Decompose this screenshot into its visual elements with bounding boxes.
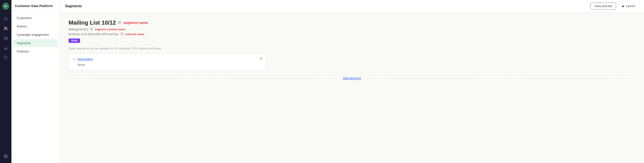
segment-ext-annotation: external name xyxy=(125,32,144,36)
svg-point-2 xyxy=(4,27,6,28)
sidebar: Customer Data Platform Customers Actions… xyxy=(12,0,60,163)
chart-icon[interactable] xyxy=(2,44,10,52)
description-edit-icon[interactable] xyxy=(260,57,263,61)
save-and-exit-button[interactable]: Save and exit xyxy=(590,3,616,10)
add-segment-row: Add segment xyxy=(68,76,635,81)
puzzle-icon[interactable] xyxy=(2,54,10,62)
segment-sys-name: MailingList1012 xyxy=(68,28,88,31)
description-link[interactable]: Description xyxy=(78,57,93,61)
sidebar-header: Customer Data Platform xyxy=(12,0,60,12)
search-icon[interactable] xyxy=(2,15,10,23)
static-note: Static segments can be updated by API me… xyxy=(68,47,635,50)
svg-point-0 xyxy=(4,17,7,20)
description-header: ✓ Description xyxy=(73,57,262,61)
icon-rail: m xyxy=(0,0,12,163)
users-icon[interactable] xyxy=(2,24,10,32)
segment-sys-row: MailingList1012 segment system name xyxy=(68,28,635,31)
segment-ext-id: 9c5f15dc-e14f-42be-90f2-29f71eaf7bac xyxy=(68,32,119,36)
status-badge: Draft xyxy=(68,38,80,43)
segment-title-edit-icon[interactable] xyxy=(118,21,121,24)
gear-icon[interactable] xyxy=(2,152,10,160)
topbar-title: Segments xyxy=(65,4,588,8)
launch-button[interactable]: ▶ Launch xyxy=(619,3,639,9)
sidebar-nav: Customers Actions Campaign engagement Se… xyxy=(12,12,60,58)
launch-label: Launch xyxy=(626,4,635,8)
megaphone-icon[interactable] xyxy=(2,34,10,42)
check-icon: ✓ xyxy=(73,57,76,61)
segment-name-annotation: segment name xyxy=(123,21,148,25)
main-area: Segments Save and exit ▶ Launch Mailing … xyxy=(60,0,644,163)
dashed-left xyxy=(68,78,340,78)
sidebar-item-actions[interactable]: Actions xyxy=(13,22,58,30)
segment-sys-annotation: segment system name xyxy=(95,28,125,31)
segment-sys-edit-icon[interactable] xyxy=(90,28,93,31)
svg-line-1 xyxy=(6,20,7,20)
topbar: Segments Save and exit ▶ Launch xyxy=(60,0,644,12)
description-card: ✓ Description None xyxy=(68,54,266,70)
segment-ext-row: 9c5f15dc-e14f-42be-90f2-29f71eaf7bac ext… xyxy=(68,32,635,36)
sidebar-item-customers[interactable]: Customers xyxy=(13,14,58,22)
sidebar-item-segments[interactable]: Segments xyxy=(13,39,58,47)
segment-title: Mailing List 10/12 xyxy=(68,19,116,26)
svg-point-11 xyxy=(5,156,6,157)
sidebar-item-campaign-engagement[interactable]: Campaign engagement xyxy=(13,31,58,39)
dashed-right xyxy=(364,78,635,78)
play-icon: ▶ xyxy=(622,4,624,8)
content-area: Mailing List 10/12 segment name MailingL… xyxy=(60,12,644,163)
avatar[interactable]: m xyxy=(2,3,9,10)
segment-title-row: Mailing List 10/12 segment name xyxy=(68,19,635,26)
description-value: None xyxy=(73,63,262,66)
segment-ext-edit-icon[interactable] xyxy=(120,32,123,36)
sidebar-item-products[interactable]: Products xyxy=(13,48,58,55)
add-segment-button[interactable]: Add segment xyxy=(340,76,364,81)
